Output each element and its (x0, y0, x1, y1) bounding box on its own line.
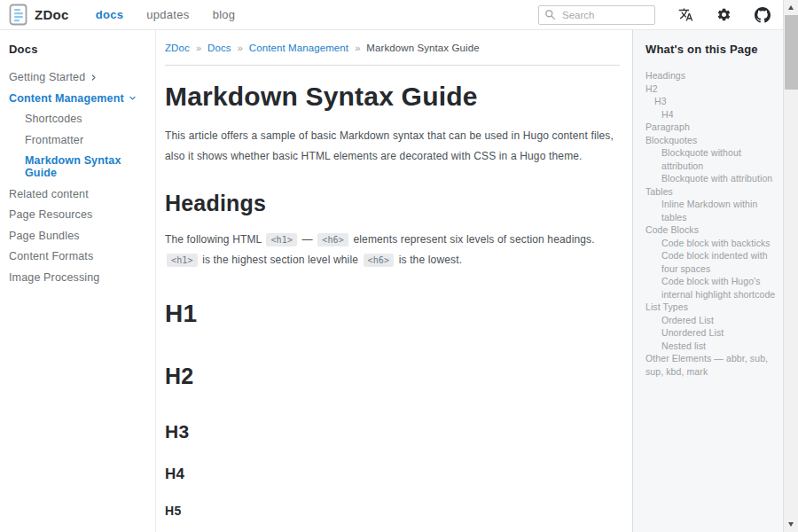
github-icon[interactable] (755, 7, 771, 23)
inline-code: <h1> (266, 233, 297, 246)
sidebar-item-label: Page Bundles (9, 230, 80, 242)
sidebar-item-label: Shortcodes (25, 113, 82, 125)
settings-gear-icon[interactable] (716, 7, 732, 22)
breadcrumb-separator: » (355, 43, 360, 53)
chevron-down-icon (129, 94, 137, 102)
toc-item-code-block-with-hugo-s-internal-highlight-shortcode[interactable]: Code block with Hugo's internal highligh… (645, 275, 779, 301)
sidebar-item-page-resources[interactable]: Page Resources (9, 208, 148, 221)
article-main: ZDoc»Docs»Content Management»Markdown Sy… (156, 30, 632, 532)
sidebar-item-label: Content Management (9, 92, 124, 105)
sidebar-item-content-management[interactable]: Content Management (9, 92, 148, 105)
toc-item-headings[interactable]: Headings (645, 69, 779, 82)
nav-link-blog[interactable]: blog (213, 8, 236, 21)
sidebar-item-label: Markdown Syntax Guide (25, 154, 148, 179)
scrollbar-down-arrow-icon[interactable] (784, 518, 798, 531)
heading-samples: H1H2H3H4H5H6 (165, 301, 620, 532)
search-input[interactable] (560, 9, 649, 21)
chevron-right-icon (90, 74, 98, 82)
search-box[interactable] (538, 5, 655, 25)
section-heading-headings: Headings (165, 191, 620, 216)
header-actions (538, 5, 771, 25)
top-navbar: ZDoc docsupdatesblog (0, 0, 783, 30)
search-icon (544, 9, 556, 20)
sidebar-item-image-processing[interactable]: Image Processing (9, 271, 148, 284)
toc-item-h2[interactable]: H2 (645, 82, 779, 96)
breadcrumb-zdoc[interactable]: ZDoc (165, 43, 190, 53)
toc-item-code-blocks[interactable]: Code Blocks (645, 223, 779, 237)
sidebar-item-label: Content Formats (9, 250, 93, 262)
nav-link-updates[interactable]: updates (146, 8, 189, 21)
toc-item-code-block-indented-with-four-spaces[interactable]: Code block indented with four spaces (645, 249, 779, 275)
sidebar-item-related-content[interactable]: Related content (9, 188, 148, 200)
sidebar-item-label: Frontmatter (25, 134, 83, 146)
main-column: ZDoc docsupdatesblog (0, 0, 783, 532)
toc-item-code-block-with-backticks[interactable]: Code block with backticks (645, 237, 779, 250)
sample-heading-h3: H3 (165, 421, 620, 442)
toc-item-unordered-list[interactable]: Unordered List (645, 326, 779, 340)
breadcrumb-content-management[interactable]: Content Management (249, 43, 348, 53)
scrollbar-thumb[interactable] (785, 15, 798, 90)
toc-item-inline-markdown-within-tables[interactable]: Inline Markdown within tables (645, 198, 779, 223)
toc-item-nested-list[interactable]: Nested list (645, 340, 779, 353)
scrollbar-up-arrow-icon[interactable] (784, 1, 798, 14)
sidebar-item-label: Image Processing (9, 271, 99, 284)
breadcrumb-separator: » (238, 43, 243, 53)
inline-code: <h1> (167, 254, 198, 267)
toc-item-h4[interactable]: H4 (645, 108, 779, 121)
sidebar-nav: Getting StartedContent ManagementShortco… (9, 71, 148, 284)
sample-heading-h1: H1 (165, 301, 620, 328)
main-nav: docsupdatesblog (96, 8, 236, 21)
inline-code: <h6> (364, 254, 395, 267)
toc-item-paragraph[interactable]: Paragraph (645, 121, 779, 134)
toc-item-blockquote-with-attribution[interactable]: Blockquote with attribution (645, 172, 779, 185)
sidebar-title: Docs (9, 43, 148, 56)
breadcrumb: ZDoc»Docs»Content Management»Markdown Sy… (165, 39, 620, 65)
sidebar-item-label: Getting Started (9, 71, 85, 83)
inline-code: <h6> (317, 233, 348, 246)
sidebar-item-markdown-syntax-guide[interactable]: Markdown Syntax Guide (9, 154, 148, 179)
toc-item-ordered-list[interactable]: Ordered List (645, 314, 779, 327)
toc-nav: HeadingsH2H3H4ParagraphBlockquotesBlockq… (645, 69, 779, 378)
toc-item-list-types[interactable]: List Types (645, 301, 779, 314)
toc-item-h3[interactable]: H3 (645, 95, 779, 108)
page-title: Markdown Syntax Guide (165, 82, 620, 112)
docs-sidebar: Docs Getting StartedContent ManagementSh… (0, 30, 156, 532)
sidebar-item-label: Related content (9, 188, 89, 200)
toc-title: What's on this Page (645, 43, 779, 56)
toc-item-other-elements-abbr-sub-sup-kbd-mark[interactable]: Other Elements — abbr, sub, sup, kbd, ma… (645, 352, 779, 378)
brand[interactable]: ZDoc (9, 4, 69, 26)
sidebar-item-label: Page Resources (9, 208, 93, 221)
sidebar-item-getting-started[interactable]: Getting Started (9, 71, 148, 83)
sample-heading-h2: H2 (165, 364, 620, 389)
sidebar-item-content-formats[interactable]: Content Formats (9, 250, 148, 262)
sidebar-item-shortcodes[interactable]: Shortcodes (9, 113, 148, 125)
zdoc-app: ZDoc docsupdatesblog (0, 0, 798, 532)
toc-item-blockquotes[interactable]: Blockquotes (645, 134, 779, 147)
breadcrumb-docs[interactable]: Docs (207, 43, 231, 53)
headings-paragraph: The following HTML <h1> — <h6> elements … (165, 230, 620, 270)
breadcrumb-separator: » (196, 43, 201, 53)
sidebar-item-frontmatter[interactable]: Frontmatter (9, 134, 148, 146)
page-scrollbar[interactable] (783, 0, 798, 532)
sidebar-item-page-bundles[interactable]: Page Bundles (9, 230, 148, 242)
intro-paragraph: This article offers a sample of basic Ma… (165, 126, 620, 167)
brand-title[interactable]: ZDoc (35, 7, 69, 22)
breadcrumb-divider (165, 65, 620, 66)
zdoc-logo-icon (9, 4, 27, 26)
toc-item-blockquote-without-attribution[interactable]: Blockquote without attribution (645, 146, 779, 172)
breadcrumb-markdown-syntax-guide: Markdown Syntax Guide (366, 43, 479, 53)
translate-icon[interactable] (678, 7, 693, 22)
sample-heading-h5: H5 (165, 505, 620, 518)
content-row: Docs Getting StartedContent ManagementSh… (0, 30, 783, 532)
nav-link-docs[interactable]: docs (96, 8, 124, 21)
sample-heading-h4: H4 (165, 466, 620, 483)
toc-item-tables[interactable]: Tables (645, 185, 779, 199)
toc-panel: What's on this Page HeadingsH2H3H4Paragr… (632, 30, 783, 532)
